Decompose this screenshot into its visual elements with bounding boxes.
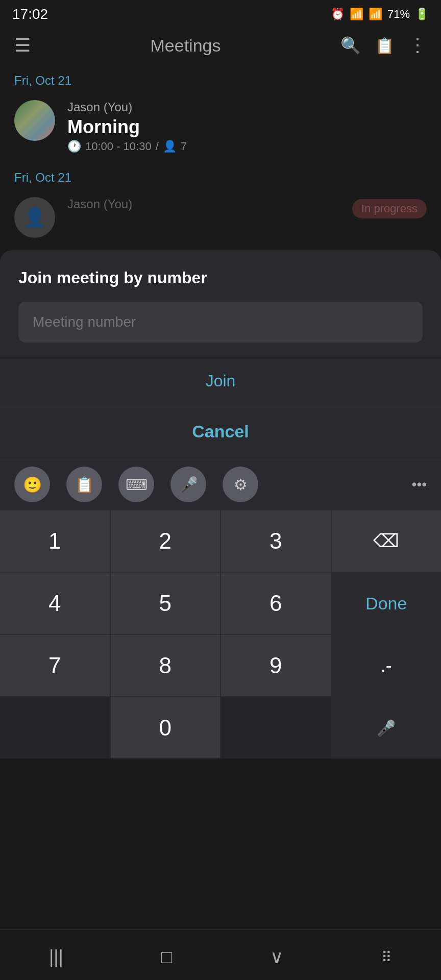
meeting-time-1: 10:00 - 10:30 [85,140,152,153]
calendar-icon[interactable]: 📋 [375,37,394,55]
page-title: Meetings [151,36,221,56]
date-label-2: Fri, Oct 21 [0,161,441,189]
date-label-1: Fri, Oct 21 [0,64,441,92]
alarm-icon: ⏰ [331,8,345,21]
more-dots-icon[interactable]: ••• [412,476,427,493]
numeric-keyboard: 1 2 3 ⌫ 4 5 6 Done 7 8 9 .- 0 🎤 [0,510,441,758]
key-2[interactable]: 2 [111,510,220,572]
slash-sep: / [156,140,159,153]
search-icon[interactable]: 🔍 [340,36,361,55]
settings-icon[interactable]: ⚙ [223,467,258,502]
down-button[interactable]: ∨ [260,942,293,972]
meeting-info-1: Jason (You) Morning 🕐 10:00 - 10:30 / 👤 … [67,100,427,153]
menu-icon[interactable]: ☰ [14,35,31,56]
more-icon[interactable]: ⋮ [408,35,427,56]
status-icons: ⏰ 📶 📶 71% 🔋 [331,8,429,21]
key-backspace[interactable]: ⌫ [332,510,442,572]
in-progress-badge: In progress [352,199,427,218]
status-time: 17:02 [12,6,48,22]
meeting-participants-1: 7 [181,140,187,153]
key-symbols[interactable]: .- [332,635,442,696]
key-0[interactable]: 0 [111,697,220,758]
battery-icon: 🔋 [415,8,429,21]
meeting-number-input[interactable] [18,302,423,342]
status-bar: 17:02 ⏰ 📶 📶 71% 🔋 [0,0,441,27]
key-empty-right [221,697,331,758]
nav-icons: 🔍 📋 ⋮ [340,35,427,56]
join-button[interactable]: Join [0,357,441,405]
wifi-icon: 📶 [350,8,363,21]
apps-button[interactable]: ⠿ [371,945,402,970]
key-1[interactable]: 1 [0,510,110,572]
battery-label: 71% [387,8,410,21]
key-6[interactable]: 6 [221,573,331,634]
avatar-2: 👤 [14,197,55,238]
key-9[interactable]: 9 [221,635,331,696]
avatar-1 [14,100,55,141]
key-mic[interactable]: 🎤 [332,697,442,758]
key-4[interactable]: 4 [0,573,110,634]
cancel-button[interactable]: Cancel [0,405,441,458]
meeting-item-1[interactable]: Jason (You) Morning 🕐 10:00 - 10:30 / 👤 … [0,92,441,161]
back-button[interactable]: ||| [39,942,74,972]
key-3[interactable]: 3 [221,510,331,572]
microphone-icon[interactable]: 🎤 [170,467,206,502]
meeting-title-1: Morning [67,116,427,138]
meeting-meta-1: 🕐 10:00 - 10:30 / 👤 7 [67,140,427,153]
key-empty-left [0,697,110,758]
signal-icon: 📶 [369,8,382,21]
meeting-item-2[interactable]: 👤 Jason (You) In progress [0,189,441,246]
keyboard-toolbar: 🙂 📋 ⌨ 🎤 ⚙ ••• [0,458,441,510]
clipboard-icon[interactable]: 📋 [66,467,102,502]
clock-icon: 🕐 [67,140,81,153]
join-meeting-modal: Join meeting by number Join Cancel 🙂 📋 ⌨… [0,250,441,758]
home-button[interactable]: □ [151,942,183,972]
emoji-icon[interactable]: 🙂 [14,467,50,502]
key-done[interactable]: Done [332,573,442,634]
modal-content: Join meeting by number [0,250,441,342]
meeting-host-1: Jason (You) [67,100,427,114]
key-7[interactable]: 7 [0,635,110,696]
meetings-list: Fri, Oct 21 Jason (You) Morning 🕐 10:00 … [0,64,441,246]
people-icon: 👤 [163,140,177,153]
bottom-nav: ||| □ ∨ ⠿ [0,929,441,980]
keyboard-icon[interactable]: ⌨ [118,467,154,502]
key-8[interactable]: 8 [111,635,220,696]
top-nav: ☰ Meetings 🔍 📋 ⋮ [0,27,441,64]
key-5[interactable]: 5 [111,573,220,634]
modal-title: Join meeting by number [18,268,423,287]
